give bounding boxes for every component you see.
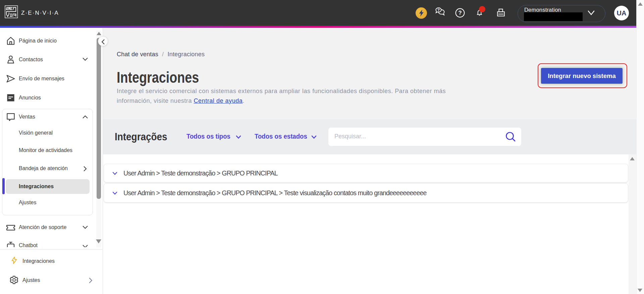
svg-text:?: ? xyxy=(458,10,462,16)
svg-text:?: ? xyxy=(437,8,440,12)
